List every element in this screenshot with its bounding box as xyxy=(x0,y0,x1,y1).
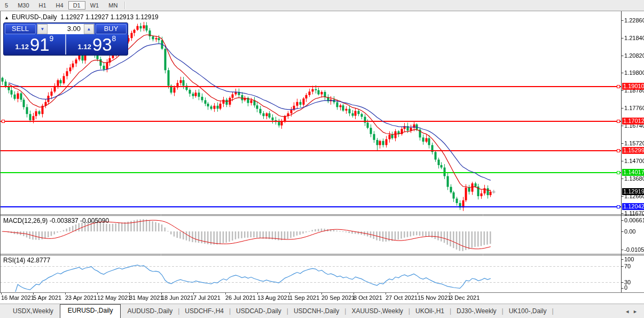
sell-price-prefix: 1.12 xyxy=(15,41,29,53)
tab-ukoil-h1[interactable]: UKOil-,H1 xyxy=(410,305,450,318)
price-axis-tick: 1.22860 xyxy=(624,17,644,24)
macd-axis-tick: 0.00 xyxy=(624,228,635,235)
panel-divider xyxy=(65,35,66,55)
date-axis-label: 8 Oct 2021 xyxy=(354,294,382,301)
buy-button[interactable]: BUY xyxy=(96,24,127,34)
price-axis-tick: 1.14700 xyxy=(624,158,644,164)
volume-spinner: ▼ 3.00 ▲ xyxy=(37,24,95,35)
buy-price-big: 93 xyxy=(92,37,112,53)
timeframe-button-d1[interactable]: D1 xyxy=(68,1,85,10)
symbol-label: EURUSD-,Daily xyxy=(12,13,57,21)
hline-price-badge: 1.19010 xyxy=(622,83,644,90)
date-axis-label: 7 Jul 2021 xyxy=(193,294,221,301)
buy-price-sup: 8 xyxy=(112,30,116,46)
tab-separator: | xyxy=(552,307,553,318)
timeframe-toolbar: 5M30H1H4D1W1MN xyxy=(0,0,644,11)
rsi-axis-tick: 100 xyxy=(624,256,634,262)
tab-uk100-daily[interactable]: UK100-,Daily xyxy=(504,305,552,318)
date-axis-label: 18 Jun 2021 xyxy=(161,294,194,301)
rsi-indicator-label: RSI(14) 42.8777 xyxy=(3,257,50,264)
timeframe-button-w1[interactable]: W1 xyxy=(85,1,104,10)
tab-eurusd-daily[interactable]: EURUSD-,Daily xyxy=(60,304,121,318)
tab-dj30-weekly[interactable]: DJ30-,Weekly xyxy=(451,305,501,318)
sell-price-sup: 9 xyxy=(50,30,54,46)
hline-price-badge: 1.15299 xyxy=(622,147,644,154)
tab-usdx-weekly[interactable]: USDX,Weekly xyxy=(7,305,59,318)
tab-usdcad-daily[interactable]: USDCAD-,Daily xyxy=(231,305,287,318)
price-axis-tick: 1.21840 xyxy=(624,35,644,41)
date-axis-label: 13 Aug 2021 xyxy=(257,294,290,301)
date-axis-label: 20 Sep 2021 xyxy=(321,294,355,301)
date-axis-label: 3 Dec 2021 xyxy=(450,294,480,301)
chart-title: ▲EURUSD-,Daily 1.12927 1.12927 1.12913 1… xyxy=(4,13,159,21)
price-axis-tick: 1.19800 xyxy=(624,69,644,76)
price-axis-tick: 1.13680 xyxy=(624,175,644,182)
macd-axis-tick: -0.010599 xyxy=(624,246,644,253)
volume-decrease-button[interactable]: ▼ xyxy=(37,24,48,34)
date-axis-label: 5 Apr 2021 xyxy=(33,294,61,301)
timeframe-button-5[interactable]: 5 xyxy=(0,1,13,10)
tab-scroll-left-button[interactable]: ◄ xyxy=(625,309,633,314)
date-axis-label: 12 May 2021 xyxy=(97,294,131,301)
timeframe-button-mn[interactable]: MN xyxy=(104,1,122,10)
tab-scroll-right-button[interactable]: ► xyxy=(633,309,641,314)
sell-price-display[interactable]: 1.12 91 9 xyxy=(4,34,65,55)
hline-price-badge: 1.12042 xyxy=(622,203,644,210)
mt4-window: 5M30H1H4D1W1MN ▲EURUSD-,Daily 1.12927 1.… xyxy=(0,0,644,318)
price-axis-tick: 1.17760 xyxy=(624,105,644,111)
tab-scroll-arrows: ◄► xyxy=(625,309,641,314)
price-axis-tick: 1.11670 xyxy=(624,210,644,216)
date-axis-label: 15 Nov 2021 xyxy=(418,294,451,301)
tab-audusd-daily[interactable]: AUDUSD-,Daily xyxy=(122,305,178,318)
timeframe-button-h4[interactable]: H4 xyxy=(51,1,68,10)
macd-axis-tick: 0.006611 xyxy=(624,217,644,223)
price-axis-tick: 1.20820 xyxy=(624,52,644,59)
macd-indicator-label: MACD(12,26,9) -0.003837 -0.005090 xyxy=(3,217,109,224)
one-click-trading-panel: SELL ▼ 3.00 ▲ BUY 1.12 91 9 1.12 93 8 xyxy=(3,22,128,56)
tab-xauusd-weekly[interactable]: XAUUSD-,Weekly xyxy=(346,305,408,318)
date-axis-label: 1 Sep 2021 xyxy=(289,294,319,301)
hline-price-badge: 1.14017 xyxy=(622,169,644,176)
date-axis-label: 16 Mar 2021 xyxy=(1,294,34,301)
timeframe-button-h1[interactable]: H1 xyxy=(34,1,51,10)
date-axis-label: 26 Jul 2021 xyxy=(225,294,256,301)
rsi-axis-tick: 0 xyxy=(624,284,627,291)
chart-tabs-bar: ◄► USDX,WeeklyEURUSD-,DailyAUDUSD-,Daily… xyxy=(0,304,644,318)
rsi-axis-tick: 70 xyxy=(624,263,631,269)
date-axis-label: 23 Apr 2021 xyxy=(65,294,97,301)
collapse-panel-icon[interactable]: ▲ xyxy=(4,15,9,20)
current-price-badge: 1.12919 xyxy=(622,188,644,195)
ohlc-values: 1.12927 1.12927 1.12913 1.12919 xyxy=(60,13,159,21)
buy-price-prefix: 1.12 xyxy=(78,41,91,53)
toolbar-separator xyxy=(124,2,125,9)
volume-increase-button[interactable]: ▲ xyxy=(84,24,94,34)
date-axis-label: 31 May 2021 xyxy=(129,294,163,301)
tab-usdcnh-daily[interactable]: USDCNH-,Daily xyxy=(288,305,344,318)
sell-button[interactable]: SELL xyxy=(5,24,36,34)
tab-usdchf-h4[interactable]: USDCHF-,H4 xyxy=(179,305,229,318)
hline-price-badge: 1.17012 xyxy=(622,118,644,125)
buy-price-display[interactable]: 1.12 93 8 xyxy=(66,34,128,55)
price-axis-tick: 1.15720 xyxy=(624,140,644,146)
timeframe-button-m30[interactable]: M30 xyxy=(13,1,34,10)
date-axis-label: 27 Oct 2021 xyxy=(386,294,418,301)
sell-price-big: 91 xyxy=(30,37,50,53)
